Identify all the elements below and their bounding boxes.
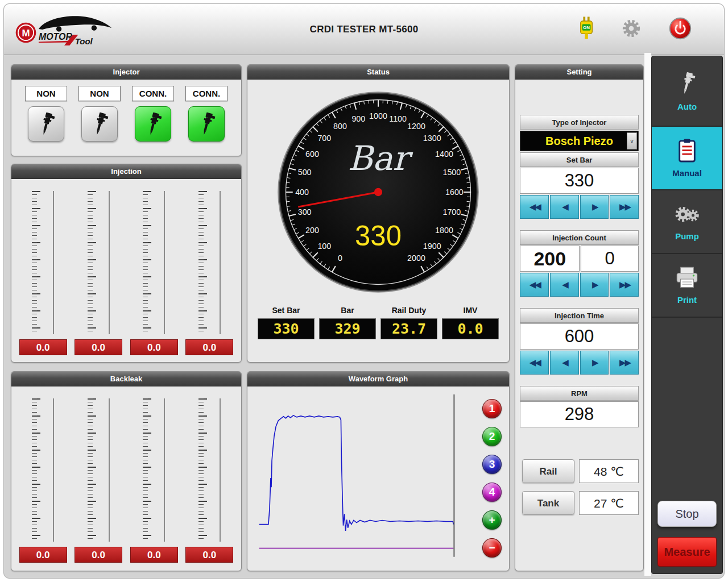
status-panel-title: Status [247,65,509,80]
injection-count-label: Injection Count [520,230,639,245]
setting-panel: Setting Type of Injector Bosch Piezo v S… [515,64,644,571]
svg-text:0: 0 [338,253,342,263]
readout-rail-duty: Rail Duty 23.7 [380,306,437,339]
time-decrease-button[interactable]: ◀ [550,351,579,375]
waveform-plot [251,391,465,565]
injector-2-button[interactable] [81,106,118,142]
count-decrease-button[interactable]: ◀ [550,273,579,297]
injector-icon [144,111,163,137]
type-of-injector-label: Type of Injector [520,115,639,130]
injector-1-button[interactable] [28,106,64,142]
waveform-channel-button-+[interactable]: + [482,510,502,530]
time-fast-forward-button[interactable]: ▶▶ [610,351,639,375]
sidebar-print-label: Print [677,295,697,305]
waveform-channel-buttons: 1234+− [482,399,502,558]
svg-text:500: 500 [298,168,312,177]
backleak-value-1: 0.0 [19,547,67,563]
rail-temp-button[interactable]: Rail [522,459,574,483]
injector-4-button[interactable] [188,106,225,142]
dropdown-arrow-button[interactable]: v [627,132,637,149]
count-fast-forward-button[interactable]: ▶▶ [610,273,639,297]
stop-button[interactable]: Stop [657,501,717,527]
svg-text:1800: 1800 [435,226,453,235]
sidebar-auto-label: Auto [677,102,697,111]
injector-4-status-label: CONN. [185,86,228,101]
svg-text:1000: 1000 [369,111,387,120]
sidebar-manual-button[interactable]: Manual [652,127,722,190]
tank-temp-button[interactable]: Tank [522,491,574,515]
injection-time-value[interactable]: 600 [520,323,639,350]
set-bar-label: Set Bar [520,152,639,167]
svg-text:1500: 1500 [442,168,461,177]
injector-3-status-label: CONN. [132,86,174,101]
injector-icon [90,111,109,137]
injection-count-steppers: ◀◀ ◀ ▶ ▶▶ [520,273,639,297]
injector-panel: Injector NON NON CONN. CONN. [11,64,242,156]
count-rewind-button[interactable]: ◀◀ [520,273,549,297]
injector-3-button[interactable] [135,106,171,142]
slider-track [164,398,165,542]
injector-icon [37,111,56,137]
readout-imv: IMV 0.0 [442,306,499,339]
injection-slider-1[interactable] [32,191,40,334]
readout-value: 0.0 [442,318,499,339]
backleak-slider-2[interactable] [88,398,96,542]
slider-track [220,398,221,542]
time-increase-button[interactable]: ▶ [580,351,609,375]
divider [644,53,651,576]
svg-text:800: 800 [333,122,347,131]
backleak-meter-4: 0.0 [185,398,233,563]
svg-text:900: 900 [351,114,365,123]
printer-icon [674,266,700,290]
set-bar-increase-button[interactable]: ▶ [580,195,609,219]
injector-1-status-label: NON [25,86,67,101]
slider-track [109,191,110,334]
set-bar-fast-forward-button[interactable]: ▶▶ [610,195,639,219]
injection-meter-1: 0.0 [19,191,67,355]
app-window: M MOTOR Tool CRDI TESTER MT-5600 ON [3,3,725,579]
set-bar-decrease-button[interactable]: ◀ [550,195,579,219]
settings-gear-icon[interactable] [621,18,642,41]
svg-text:2000: 2000 [407,253,425,263]
sidebar-pump-button[interactable]: Pump [652,190,722,254]
measure-button[interactable]: Measure [657,537,717,567]
gauge-unit-label: Bar [348,139,413,178]
injector-channel-3: CONN. [129,86,177,142]
injection-slider-2[interactable] [88,191,96,334]
sidebar-print-button[interactable]: Print [652,254,722,318]
waveform-channel-button-2[interactable]: 2 [482,427,502,446]
count-increase-button[interactable]: ▶ [580,273,609,297]
waveform-channel-button-−[interactable]: − [482,538,502,558]
waveform-channel-button-3[interactable]: 3 [482,455,502,474]
time-rewind-button[interactable]: ◀◀ [520,351,549,375]
injection-count-set-value[interactable]: 200 [520,246,580,272]
backleak-slider-4[interactable] [198,398,207,542]
injection-count-boxes: 200 0 [520,246,639,272]
backleak-slider-3[interactable] [143,398,151,542]
readout-label: IMV [442,306,499,315]
waveform-channel-button-1[interactable]: 1 [482,399,502,418]
injection-panel: Injection 0.0 0.0 0.0 0.0 [11,164,242,363]
power-button[interactable] [668,16,692,43]
waveform-channel-button-4[interactable]: 4 [482,483,502,502]
set-bar-value[interactable]: 330 [520,168,639,194]
injection-time-steppers: ◀◀ ◀ ▶ ▶▶ [520,351,639,375]
injection-slider-4[interactable] [198,191,207,334]
set-bar-rewind-button[interactable]: ◀◀ [520,195,549,219]
backleak-value-3: 0.0 [130,547,178,563]
injector-type-dropdown[interactable]: Bosch Piezo v [520,131,639,151]
sidebar-auto-button[interactable]: Auto [652,56,722,127]
backleak-slider-1[interactable] [32,398,40,542]
set-bar-steppers: ◀◀ ◀ ▶ ▶▶ [520,195,639,219]
readout-label: Rail Duty [380,306,437,315]
slider-track [164,191,165,334]
injector-channel-2: NON [76,86,124,142]
rpm-value: 298 [520,401,639,427]
injection-slider-3[interactable] [143,191,151,334]
slider-track [53,191,54,334]
power-plug-icon[interactable]: ON [578,16,594,43]
svg-text:600: 600 [305,149,319,159]
backleak-panel: Backleak 0.0 0.0 0.0 0.0 [11,371,242,571]
backleak-panel-title: Backleak [11,372,241,386]
svg-text:1100: 1100 [389,114,407,123]
